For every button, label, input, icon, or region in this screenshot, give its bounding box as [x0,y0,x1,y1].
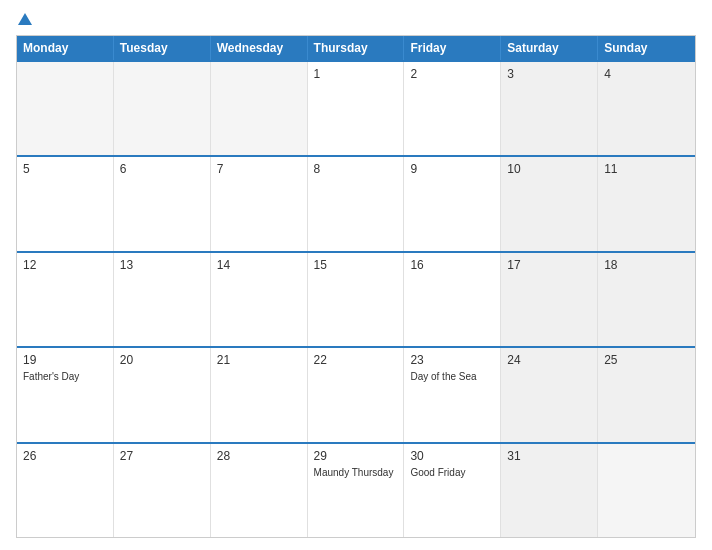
week-row-2: 567891011 [17,155,695,250]
cal-cell-w5-d1: 26 [17,444,114,537]
day-number: 7 [217,162,301,176]
day-number: 2 [410,67,494,81]
cal-cell-w4-d3: 21 [211,348,308,441]
cal-cell-w4-d6: 24 [501,348,598,441]
day-number: 28 [217,449,301,463]
cal-cell-w3-d7: 18 [598,253,695,346]
day-number: 9 [410,162,494,176]
cal-cell-w4-d5: 23Day of the Sea [404,348,501,441]
logo [16,12,32,27]
header-thursday: Thursday [308,36,405,60]
day-number: 20 [120,353,204,367]
cal-cell-w3-d6: 17 [501,253,598,346]
header-tuesday: Tuesday [114,36,211,60]
holiday-label: Day of the Sea [410,371,494,382]
header [16,12,696,27]
calendar-page: Monday Tuesday Wednesday Thursday Friday… [0,0,712,550]
day-number: 6 [120,162,204,176]
cal-cell-w3-d2: 13 [114,253,211,346]
day-number: 17 [507,258,591,272]
holiday-label: Maundy Thursday [314,467,398,478]
day-number: 13 [120,258,204,272]
day-number: 26 [23,449,107,463]
day-number: 11 [604,162,689,176]
cal-cell-w3-d4: 15 [308,253,405,346]
day-number: 10 [507,162,591,176]
holiday-label: Good Friday [410,467,494,478]
day-number: 8 [314,162,398,176]
calendar-body: 12345678910111213141516171819Father's Da… [17,60,695,537]
cal-cell-w5-d6: 31 [501,444,598,537]
day-number: 5 [23,162,107,176]
cal-cell-w1-d1 [17,62,114,155]
day-number: 12 [23,258,107,272]
cal-cell-w2-d3: 7 [211,157,308,250]
header-saturday: Saturday [501,36,598,60]
day-number: 29 [314,449,398,463]
day-number: 23 [410,353,494,367]
cal-cell-w1-d5: 2 [404,62,501,155]
cal-cell-w1-d7: 4 [598,62,695,155]
day-number: 15 [314,258,398,272]
day-number: 27 [120,449,204,463]
week-row-4: 19Father's Day20212223Day of the Sea2425 [17,346,695,441]
day-number: 18 [604,258,689,272]
header-monday: Monday [17,36,114,60]
cal-cell-w1-d2 [114,62,211,155]
cal-cell-w3-d3: 14 [211,253,308,346]
day-number: 31 [507,449,591,463]
week-row-5: 26272829Maundy Thursday30Good Friday31 [17,442,695,537]
cal-cell-w2-d2: 6 [114,157,211,250]
day-number: 3 [507,67,591,81]
cal-cell-w4-d2: 20 [114,348,211,441]
header-wednesday: Wednesday [211,36,308,60]
week-row-1: 1234 [17,60,695,155]
day-number: 21 [217,353,301,367]
cal-cell-w2-d1: 5 [17,157,114,250]
cal-cell-w4-d4: 22 [308,348,405,441]
header-friday: Friday [404,36,501,60]
week-row-3: 12131415161718 [17,251,695,346]
day-number: 4 [604,67,689,81]
logo-triangle-icon [18,13,32,25]
day-number: 14 [217,258,301,272]
day-number: 1 [314,67,398,81]
cal-cell-w1-d4: 1 [308,62,405,155]
day-number: 22 [314,353,398,367]
header-sunday: Sunday [598,36,695,60]
cal-cell-w5-d4: 29Maundy Thursday [308,444,405,537]
day-number: 16 [410,258,494,272]
cal-cell-w5-d5: 30Good Friday [404,444,501,537]
holiday-label: Father's Day [23,371,107,382]
cal-cell-w1-d6: 3 [501,62,598,155]
cal-cell-w5-d7 [598,444,695,537]
cal-cell-w4-d7: 25 [598,348,695,441]
cal-cell-w5-d3: 28 [211,444,308,537]
day-number: 24 [507,353,591,367]
day-number: 19 [23,353,107,367]
calendar-header: Monday Tuesday Wednesday Thursday Friday… [17,36,695,60]
day-number: 25 [604,353,689,367]
cal-cell-w3-d1: 12 [17,253,114,346]
cal-cell-w2-d5: 9 [404,157,501,250]
cal-cell-w2-d4: 8 [308,157,405,250]
cal-cell-w4-d1: 19Father's Day [17,348,114,441]
cal-cell-w2-d6: 10 [501,157,598,250]
cal-cell-w5-d2: 27 [114,444,211,537]
calendar-grid: Monday Tuesday Wednesday Thursday Friday… [16,35,696,538]
cal-cell-w2-d7: 11 [598,157,695,250]
cal-cell-w1-d3 [211,62,308,155]
cal-cell-w3-d5: 16 [404,253,501,346]
day-number: 30 [410,449,494,463]
